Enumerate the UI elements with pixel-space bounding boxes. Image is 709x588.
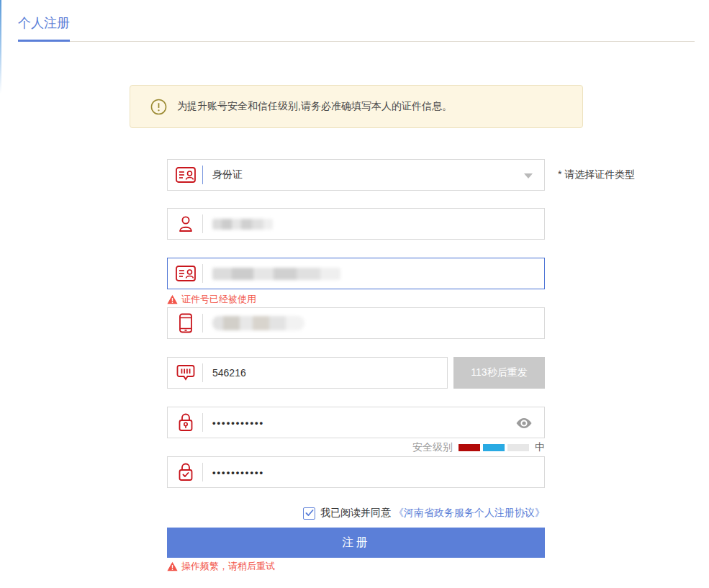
agreement-row: 我已阅读并同意 《河南省政务服务个人注册协议》 (167, 506, 545, 520)
id-card-icon (175, 167, 197, 183)
id-number-group: 证件号已经被使用 (167, 258, 545, 305)
submit-error-text: 操作频繁，请稍后重试 (181, 560, 275, 573)
show-password-toggle[interactable] (515, 417, 533, 430)
confirm-password-field[interactable]: ••••••••••• (167, 456, 545, 488)
exclamation-circle-icon (150, 99, 167, 115)
phone-value-redacted (212, 316, 304, 330)
agreement-text: 我已阅读并同意 (320, 507, 391, 520)
id-type-select[interactable]: 身份证 * 请选择证件类型 (167, 159, 545, 191)
password-field[interactable]: ••••••••••• (167, 407, 545, 438)
check-icon (305, 510, 314, 517)
field-divider (202, 363, 203, 382)
id-type-hint: * 请选择证件类型 (558, 168, 635, 181)
strength-bar-2 (483, 444, 505, 451)
password-group: ••••••••••• 安全级别 中 (167, 407, 545, 453)
strength-bar-1 (459, 444, 480, 451)
id-card-icon (175, 266, 197, 281)
security-notice-text: 为提升账号安全和信任级别,请务必准确填写本人的证件信息。 (177, 100, 452, 113)
sms-code-icon (175, 364, 197, 381)
page-title: 个人注册 (18, 14, 70, 32)
id-type-value: 身份证 (212, 168, 243, 181)
registration-form: 身份证 * 请选择证件类型 (167, 159, 545, 572)
strength-level: 中 (535, 441, 545, 454)
security-notice-banner: 为提升账号安全和信任级别,请务必准确填写本人的证件信息。 (130, 85, 583, 128)
id-number-error: 证件号已经被使用 (167, 293, 545, 305)
confirm-password-value: ••••••••••• (212, 467, 264, 478)
title-underline (18, 40, 70, 42)
resend-code-button[interactable]: 113秒后重发 (453, 357, 545, 389)
lock-icon (175, 412, 197, 433)
id-number-value-redacted (212, 268, 340, 280)
header-divider (18, 41, 695, 42)
sms-code-group: 546216 113秒后重发 (167, 357, 545, 389)
chevron-down-icon[interactable] (524, 173, 533, 178)
agreement-checkbox[interactable] (303, 507, 315, 520)
warning-triangle-icon (167, 561, 178, 571)
password-value: ••••••••••• (212, 417, 264, 428)
sms-code-field[interactable]: 546216 (167, 357, 448, 389)
field-divider (202, 314, 203, 333)
name-value-redacted (212, 219, 273, 230)
field-divider (202, 463, 203, 481)
field-divider (202, 413, 203, 432)
strength-bar-3 (507, 444, 529, 451)
eye-icon (515, 417, 533, 430)
lock-check-icon (175, 462, 197, 482)
left-edge-accent (0, 0, 1, 94)
field-divider (202, 264, 203, 283)
id-number-error-text: 证件号已经被使用 (181, 293, 256, 306)
phone-icon (175, 313, 197, 333)
id-number-field[interactable] (167, 258, 545, 289)
phone-field[interactable] (167, 307, 545, 339)
submit-error: 操作频繁，请稍后重试 (167, 560, 545, 572)
sms-code-value: 546216 (212, 367, 246, 379)
warning-triangle-icon (167, 294, 178, 304)
registration-page: 个人注册 为提升账号安全和信任级别,请务必准确填写本人的证件信息。 (0, 0, 709, 588)
agreement-link[interactable]: 《河南省政务服务个人注册协议》 (394, 507, 545, 520)
register-button[interactable]: 注册 (167, 528, 545, 558)
user-icon (175, 214, 197, 233)
field-divider (202, 166, 203, 184)
strength-label: 安全级别 (412, 441, 453, 454)
password-strength-meter: 安全级别 中 (167, 442, 545, 453)
field-divider (202, 214, 203, 233)
name-field[interactable] (167, 208, 545, 240)
